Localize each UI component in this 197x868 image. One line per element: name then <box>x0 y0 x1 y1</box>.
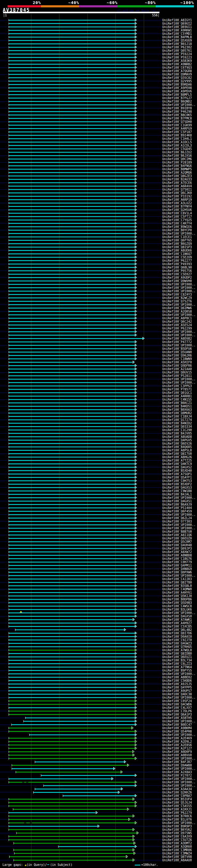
alignment-row: UniRef100_Q750I1 <box>0 188 197 191</box>
hit-label: UniRef100_C6T9Q3 <box>162 66 192 69</box>
arrowhead-fill-icon <box>135 358 137 360</box>
alignment-bar <box>9 731 135 732</box>
alignment-row: UniRef100_C0PBA7 <box>0 794 197 798</box>
alignment-start-tick <box>9 402 9 404</box>
alignment-bar <box>9 555 135 556</box>
alignment-row: UniRef100_A2IAA0 <box>0 367 197 371</box>
alignment-bar <box>9 135 135 136</box>
query-ruler-bar <box>3 12 159 13</box>
hit-label: UniRef100_B4JAL1 <box>162 493 192 496</box>
alignment-row: UniRef100_A6R4V4 <box>0 184 197 188</box>
hit-label: UniRef100_B6JXS6 <box>162 154 192 157</box>
alignment-bar <box>9 220 135 220</box>
alignment-start-tick <box>9 696 9 699</box>
alignment-bar <box>9 568 135 569</box>
alignment-bar <box>9 470 135 471</box>
alignment-row: UniRef100_A3LUZ2 <box>0 202 197 205</box>
hit-label: UniRef100_C1C290 <box>162 428 192 432</box>
arrowhead-fill-icon <box>135 466 137 468</box>
alignment-start-tick <box>9 676 9 678</box>
alignment-row: UniRef100_Q6EV26 <box>0 442 197 445</box>
alignment-row: UniRef100_Q8I7U0 <box>0 452 197 456</box>
arrowhead-fill-icon <box>135 124 137 126</box>
hit-label: UniRef100_Q4GXS2 <box>162 466 192 469</box>
arrowhead-fill-icon <box>135 656 137 658</box>
scale-label-100: ~100% <box>169 0 194 5</box>
hit-label: UniRef100_C8V1L4 <box>162 212 192 215</box>
hit-label: UniRef100_P78571 <box>162 388 192 391</box>
arrowhead-fill-icon <box>135 188 137 190</box>
alignment-bar <box>35 762 124 763</box>
alignment-row: UniRef100_UPI000.. <box>0 377 197 381</box>
alignment-start-tick <box>9 802 9 804</box>
alignment-bar <box>9 131 135 132</box>
alignment-row: UniRef100_Q2H5U6 <box>0 208 197 212</box>
arrowhead-fill-icon <box>135 158 137 160</box>
hit-label: UniRef100_C7DLP6 <box>162 709 192 713</box>
alignment-bar <box>9 609 135 610</box>
arrowhead-fill-icon <box>135 87 137 89</box>
alignment-bar <box>9 823 135 823</box>
alignment-bar <box>13 849 133 850</box>
alignment-row: UniRef100_Q2KKZ6 <box>0 791 197 794</box>
alignment-start-tick <box>9 368 9 370</box>
alignment-start-tick <box>9 178 9 180</box>
alignment-row: UniRef100_A7WQL0 <box>0 648 197 652</box>
arrowhead-fill-icon <box>135 741 137 742</box>
alignment-bar <box>9 375 135 376</box>
hit-label: UniRef100_Q7SZT6 <box>162 300 192 303</box>
alignment-start-tick <box>9 354 9 356</box>
arrowhead-fill-icon <box>118 791 120 793</box>
alignment-bar <box>9 430 135 430</box>
hit-label: UniRef100_Q2V995 <box>162 80 192 83</box>
hit-label: UniRef100_B3LGK6 <box>162 608 192 611</box>
alignment-row: UniRef100_B5XDF2 <box>0 483 197 486</box>
alignment-row: UniRef100_A8BE02 <box>0 676 197 679</box>
scale-segment-~80% <box>118 5 156 7</box>
alignment-bar <box>9 396 135 397</box>
alignment-start-tick <box>9 442 9 445</box>
arrowhead-fill-icon <box>135 636 137 638</box>
alignment-row: UniRef100_A0BVU0 <box>0 753 197 757</box>
hit-label: UniRef100_A7TZ25 <box>162 459 192 462</box>
hit-label: UniRef100_B6A9J9 <box>162 503 192 506</box>
alignment-start-tick <box>9 609 9 611</box>
arrowhead-fill-icon <box>135 270 137 272</box>
alignment-row: UniRef100_UPI000.. <box>0 283 197 286</box>
arrowhead-fill-icon <box>135 392 137 394</box>
arrowhead-fill-icon <box>135 334 137 336</box>
alignment-row: UniRef100_A5HIF0 <box>0 361 197 364</box>
hit-label: UniRef100_A9UPS7 <box>162 689 192 692</box>
alignment-bar <box>9 172 135 173</box>
alignment-start-tick <box>9 66 9 69</box>
alignment-start-tick <box>9 642 9 645</box>
arrowhead-fill-icon <box>135 195 137 197</box>
hit-label: UniRef100_UPI000.. <box>162 286 195 289</box>
alignment-start-tick <box>9 300 9 302</box>
arrowhead-fill-icon <box>135 571 137 573</box>
arrowhead-fill-icon <box>135 470 137 471</box>
arrowhead-fill-icon <box>135 127 137 129</box>
alignment-row: UniRef100_UPI000.. <box>0 381 197 384</box>
arrowhead-fill-icon <box>135 131 137 133</box>
alignment-start-tick <box>9 686 9 688</box>
hit-label: UniRef100_Q5CRM7 <box>162 540 192 544</box>
alignment-break-marker <box>24 823 26 823</box>
alignment-bar <box>9 738 135 739</box>
alignment-start-tick <box>9 575 9 577</box>
alignment-start-tick <box>9 232 9 235</box>
alignment-start-tick <box>9 226 9 228</box>
alignment-start-tick <box>9 385 9 387</box>
alignment-bar <box>12 765 127 766</box>
alignment-bar <box>9 67 135 68</box>
arrowhead-fill-icon <box>135 198 137 200</box>
alignment-row: UniRef100_C4N155 <box>0 398 197 401</box>
alignment-row: UniRef100_Q0CIM6 <box>0 157 197 161</box>
arrowhead-fill-icon <box>135 354 137 356</box>
hit-label: UniRef100_Q4PGV5 <box>162 438 192 442</box>
alignment-row: UniRef100_C1GK99 <box>0 123 197 127</box>
hit-label: UniRef100_A3AA34 <box>162 787 192 791</box>
alignment-start-tick <box>9 395 9 397</box>
alignment-row: UniRef100_UPI000.. <box>0 303 197 306</box>
arrowhead-fill-icon <box>135 632 137 634</box>
